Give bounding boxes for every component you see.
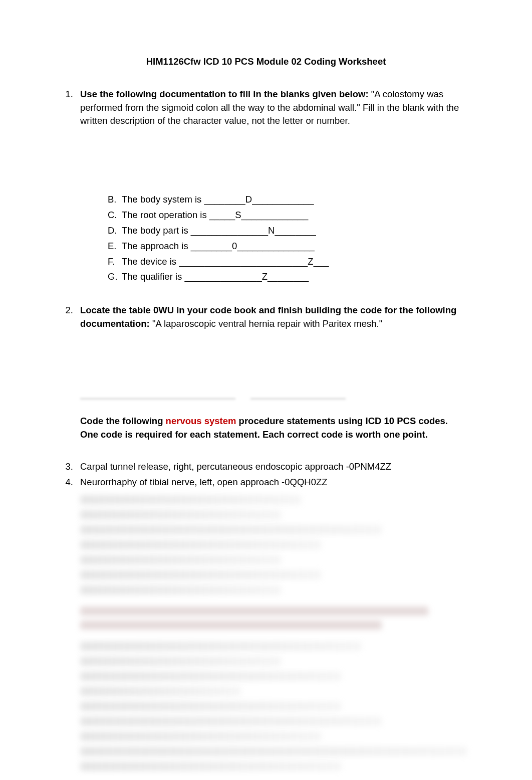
q1-C-text: The root operation is _____S____________… — [122, 209, 308, 222]
q1-item-B: B. The body system is ________D_________… — [108, 193, 467, 207]
q4-number: 4. — [65, 476, 80, 489]
question-3: 3. Carpal tunnel release, right, percuta… — [65, 460, 467, 474]
blurred-line — [80, 555, 281, 564]
q1-D-letter: D. — [108, 224, 122, 238]
divider-bars — [80, 398, 467, 400]
blurred-line — [80, 586, 281, 595]
divider-bar-1 — [80, 398, 235, 400]
divider-bar-2 — [250, 398, 346, 400]
q3-text: Carpal tunnel release, right, percutaneo… — [80, 460, 467, 474]
q1-lead-bold: Use the following documentation to fill … — [80, 89, 369, 99]
q1-item-G: G. The qualifier is _______________Z____… — [108, 270, 467, 284]
blurred-line — [80, 495, 301, 504]
q1-G-letter: G. — [108, 270, 122, 284]
q1-B-letter: B. — [108, 193, 122, 207]
q1-C-letter: C. — [108, 209, 122, 222]
q1-body: Use the following documentation to fill … — [80, 88, 467, 286]
q1-item-E: E. The approach is ________0____________… — [108, 240, 467, 253]
q4-text: Neurorrhaphy of tibial nerve, left, open… — [80, 476, 467, 489]
q3-number: 3. — [65, 460, 80, 474]
blurred-instr-line — [80, 621, 382, 630]
q1-E-text: The approach is ________0_______________ — [122, 240, 315, 253]
blurred-line — [80, 702, 341, 711]
blurred-line — [80, 747, 467, 756]
q1-E-letter: E. — [108, 240, 122, 253]
q1-B-text: The body system is ________D____________ — [122, 193, 314, 207]
q1-F-letter: F. — [108, 255, 122, 269]
q1-D-text: The body part is _______________N_______… — [122, 224, 316, 238]
blurred-line — [80, 510, 281, 519]
q2-body: Locate the table 0WU in your code book a… — [80, 304, 467, 331]
blurred-line — [80, 672, 341, 681]
instruction-pre: Code the following — [80, 416, 166, 426]
q1-item-F: F. The device is _______________________… — [108, 255, 467, 269]
blurred-line — [80, 642, 361, 651]
blurred-line — [80, 717, 382, 726]
blurred-line — [80, 732, 321, 741]
q1-item-C: C. The root operation is _____S_________… — [108, 209, 467, 222]
q1-G-text: The qualifier is _______________Z_______… — [122, 270, 309, 284]
blurred-content — [65, 495, 467, 771]
question-2: 2. Locate the table 0WU in your code boo… — [65, 304, 467, 331]
question-4: 4. Neurorrhaphy of tibial nerve, left, o… — [65, 476, 467, 489]
q1-F-text: The device is _________________________Z… — [122, 255, 329, 269]
blurred-line — [80, 762, 341, 771]
blurred-instr-line — [80, 607, 428, 616]
blurred-instruction — [80, 607, 467, 630]
q1-number: 1. — [65, 88, 80, 101]
blurred-line — [80, 687, 241, 696]
blurred-line — [80, 657, 281, 666]
blurred-line — [80, 570, 321, 579]
page-title: HIM1126Cfw ICD 10 PCS Module 02 Coding W… — [65, 55, 467, 69]
instruction-block: Code the following nervous system proced… — [80, 415, 467, 442]
q1-item-D: D. The body part is _______________N____… — [108, 224, 467, 238]
q2-number: 2. — [65, 304, 80, 317]
blurred-line — [80, 525, 382, 534]
q1-sublist: B. The body system is ________D_________… — [108, 193, 467, 284]
question-1: 1. Use the following documentation to fi… — [65, 88, 467, 286]
instruction-red: nervous system — [166, 416, 236, 426]
q2-lead-rest: "A laparoscopic ventral hernia repair wi… — [150, 318, 383, 329]
blurred-line — [80, 540, 321, 549]
